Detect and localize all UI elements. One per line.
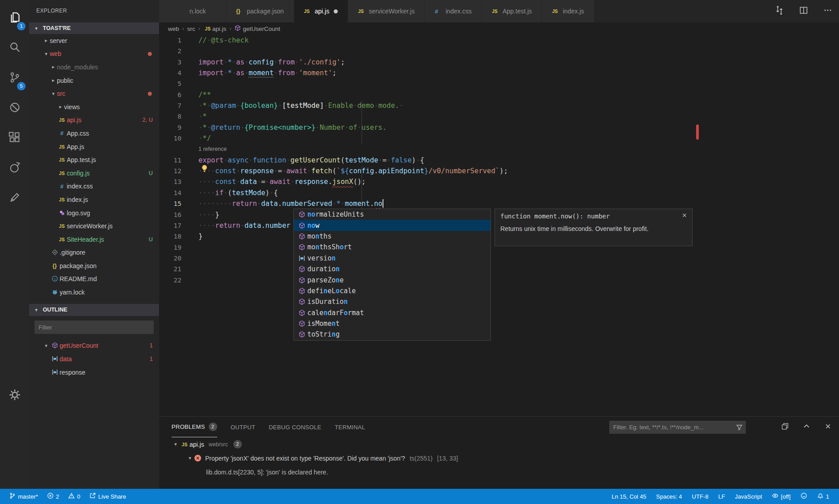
- tab-index-css[interactable]: #index.css: [425, 0, 482, 22]
- suggestion-calendarformat[interactable]: calendarFormat: [294, 308, 490, 318]
- panel-tab-output[interactable]: OUTPUT: [231, 417, 255, 437]
- code-line-9[interactable]: 9·*·@return·{Promise<number>}·Number·of·…: [159, 122, 839, 133]
- activity-circle-arrow[interactable]: [0, 155, 29, 181]
- status-language-mode[interactable]: JavaScript: [731, 489, 766, 504]
- code-line-15[interactable]: 15········return·data.numberServed·*·mom…: [159, 198, 839, 209]
- activity-explorer[interactable]: 1: [0, 5, 29, 31]
- panel-tab-terminal[interactable]: TERMINAL: [335, 417, 365, 437]
- code-line-1[interactable]: 1//·@ts-check: [159, 35, 839, 46]
- tree-item-logo-svg[interactable]: logo.svg: [29, 206, 159, 220]
- code-line-13[interactable]: 13····const·data·=·await·response.jsonX(…: [159, 176, 839, 187]
- restore-panel-button[interactable]: [780, 422, 790, 432]
- tree-item-app-js[interactable]: JSApp.js: [29, 140, 159, 154]
- code-lens-references[interactable]: 1 reference: [159, 144, 839, 154]
- tree-item-config-js[interactable]: JSconfig.jsU: [29, 167, 159, 180]
- code-line-8[interactable]: 8·*: [159, 111, 839, 122]
- tree-item-node-modules[interactable]: ▸node_modules: [29, 60, 159, 74]
- suggestion-definelocale[interactable]: defineLocale: [294, 286, 490, 296]
- tree-item-api-js[interactable]: JSapi.js2, U: [29, 114, 159, 127]
- tree-item-gitignore[interactable]: .gitignore: [29, 246, 159, 260]
- outline-filter-input[interactable]: [34, 320, 154, 334]
- maximize-panel-button[interactable]: [801, 422, 811, 432]
- code-line-6[interactable]: 6/**: [159, 90, 839, 100]
- breadcrumb-item-api-js[interactable]: JSapi.js: [203, 26, 227, 32]
- status-warnings[interactable]: 0: [65, 489, 84, 504]
- activity-settings[interactable]: [0, 383, 29, 409]
- code-line-22[interactable]: 22: [159, 275, 839, 286]
- suggestion-monthsshort[interactable]: monthsShort: [294, 242, 490, 252]
- tree-item-index-js[interactable]: JSindex.js: [29, 193, 159, 206]
- status-eol[interactable]: LF: [714, 489, 728, 504]
- activity-search[interactable]: [0, 35, 29, 61]
- code-line-2[interactable]: 2: [159, 46, 839, 56]
- suggestion-parsezone[interactable]: parseZone: [294, 274, 490, 285]
- tree-item-package-json[interactable]: {}package.json: [29, 259, 159, 273]
- suggestion-isduration[interactable]: isDuration: [294, 296, 490, 307]
- tab-app-test-js[interactable]: JSApp.test.js: [482, 0, 542, 22]
- code-line-21[interactable]: 21: [159, 264, 839, 274]
- problem-related-row[interactable]: lib.dom.d.ts[2230, 5]: 'json' is declare…: [159, 465, 839, 479]
- tree-item-app-test-js[interactable]: JSApp.test.js: [29, 153, 159, 167]
- problems-file-group-row[interactable]: ▾ JS api.js web/src 2: [159, 437, 839, 451]
- status-blame-toggle[interactable]: [off]: [768, 489, 794, 504]
- tree-item-views[interactable]: ▸views: [29, 100, 159, 114]
- code-line-14[interactable]: 14····if·(testMode)·{: [159, 188, 839, 198]
- code-line-20[interactable]: 20: [159, 253, 839, 264]
- tab-n-lock[interactable]: n.lock: [159, 0, 226, 22]
- tree-item-server[interactable]: ▸server: [29, 34, 159, 47]
- close-panel-button[interactable]: [823, 422, 833, 432]
- activity-source-control[interactable]: 5: [0, 65, 29, 91]
- suggestion-months[interactable]: months: [294, 231, 490, 242]
- tab-serviceworker-js[interactable]: JSserviceWorker.js: [348, 0, 425, 22]
- outline-section-header[interactable]: ▾ OUTLINE: [29, 304, 159, 316]
- suggestion-version[interactable]: version: [294, 253, 490, 264]
- tree-item-siteheader-js[interactable]: JSSiteHeader.jsU: [29, 233, 159, 246]
- close-icon[interactable]: [681, 212, 688, 219]
- status-git-branch[interactable]: master*: [5, 489, 42, 504]
- lightbulb-icon[interactable]: [200, 164, 209, 173]
- status-encoding[interactable]: UTF-8: [688, 489, 712, 504]
- suggestion-tostring[interactable]: toString: [294, 329, 490, 340]
- suggestion-duration[interactable]: duration: [294, 264, 490, 274]
- breadcrumb-item-getusercount[interactable]: getUserCount: [234, 25, 280, 33]
- tree-item-index-css[interactable]: #index.css: [29, 180, 159, 193]
- panel-tab-problems[interactable]: PROBLEMS2: [172, 417, 217, 437]
- tree-item-serviceworker-js[interactable]: JSserviceWorker.js: [29, 219, 159, 233]
- suggestion-normalizeunits[interactable]: normalizeUnits: [294, 209, 490, 220]
- project-section-header[interactable]: ▾ TOAST'RE: [29, 22, 159, 34]
- problems-filter-input[interactable]: [609, 421, 746, 434]
- tab-api-js[interactable]: JSapi.js: [294, 0, 349, 22]
- panel-tab-debug-console[interactable]: DEBUG CONSOLE: [269, 417, 321, 437]
- tree-item-public[interactable]: ▸public: [29, 74, 159, 87]
- split-editor-button[interactable]: [796, 4, 811, 19]
- code-line-4[interactable]: 4import·*·as·moment·from·'moment';: [159, 68, 839, 78]
- tree-item-yarn-lock[interactable]: yarn.lock: [29, 286, 159, 299]
- code-line-12[interactable]: 12····const·response·=·await·fetch(`${co…: [159, 166, 839, 176]
- status-notifications[interactable]: 1: [813, 489, 833, 504]
- activity-pencil[interactable]: [0, 185, 29, 211]
- filter-icon[interactable]: [736, 424, 743, 431]
- breadcrumb-item-src[interactable]: src: [187, 26, 195, 32]
- tree-item-readme-md[interactable]: README.md: [29, 273, 159, 286]
- status-feedback[interactable]: [797, 489, 811, 504]
- code-line-5[interactable]: 5: [159, 78, 839, 89]
- tree-item-web[interactable]: ▾web: [29, 47, 159, 61]
- status-cursor-position[interactable]: Ln 15, Col 45: [608, 489, 650, 504]
- tree-item-src[interactable]: ▾src: [29, 87, 159, 100]
- code-line-11[interactable]: 11export·async·function·getUserCount(tes…: [159, 155, 839, 166]
- problem-row[interactable]: ▾ Property 'jsonX' does not exist on typ…: [159, 451, 839, 465]
- outline-item-getusercount[interactable]: ▾getUserCount1: [29, 339, 159, 352]
- breadcrumb-item-web[interactable]: web: [168, 26, 179, 32]
- code-line-10[interactable]: 10·*/: [159, 133, 839, 144]
- code-line-7[interactable]: 7·*·@param·{boolean}·[testMode]·Enable·d…: [159, 100, 839, 111]
- open-changes-button[interactable]: [772, 4, 787, 19]
- status-errors[interactable]: 2: [43, 489, 63, 504]
- status-indentation[interactable]: Spaces: 4: [653, 489, 686, 504]
- status-live-share[interactable]: Live Share: [86, 489, 129, 504]
- code-line-3[interactable]: 3import·*·as·config·from·'./config';: [159, 57, 839, 68]
- suggestion-ismoment[interactable]: isMoment: [294, 318, 490, 329]
- outline-item-data[interactable]: data1: [29, 352, 159, 366]
- more-actions-button[interactable]: [820, 4, 835, 19]
- suggestion-now[interactable]: now: [294, 220, 490, 231]
- tab-package-json[interactable]: {}package.json: [226, 0, 294, 22]
